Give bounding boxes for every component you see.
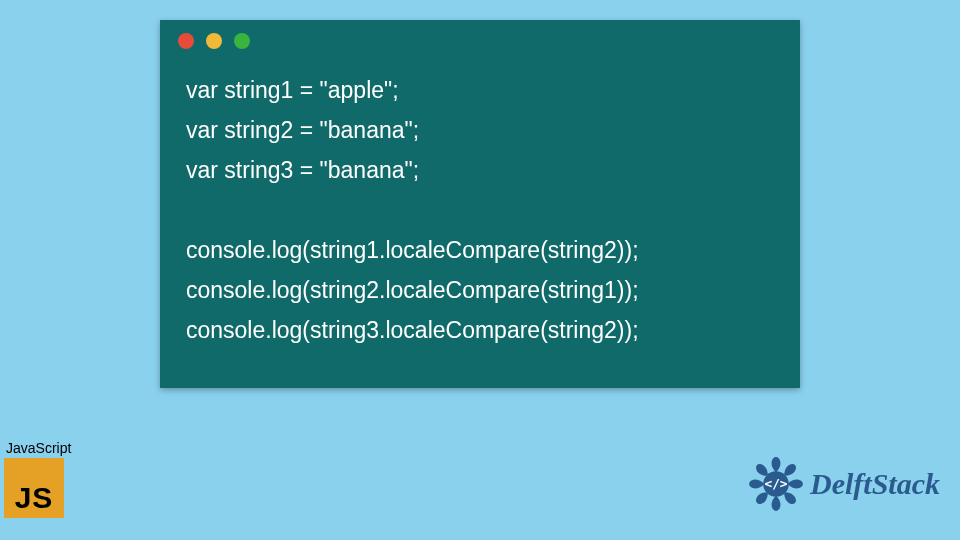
delftstack-logo-icon: </>	[744, 452, 808, 516]
delftstack-brand: </> DelftStack	[744, 452, 940, 516]
code-line: console.log(string2.localeCompare(string…	[186, 277, 639, 303]
code-line: var string1 = "apple";	[186, 77, 399, 103]
minimize-icon[interactable]	[206, 33, 222, 49]
code-line: var string2 = "banana";	[186, 117, 419, 143]
code-block: var string1 = "apple"; var string2 = "ba…	[160, 62, 800, 350]
code-line: var string3 = "banana";	[186, 157, 419, 183]
code-line: console.log(string3.localeCompare(string…	[186, 317, 639, 343]
maximize-icon[interactable]	[234, 33, 250, 49]
svg-text:</>: </>	[764, 476, 787, 491]
code-line: console.log(string1.localeCompare(string…	[186, 237, 639, 263]
delftstack-text: DelftStack	[810, 467, 940, 501]
javascript-logo-icon: JS	[4, 458, 64, 518]
javascript-label: JavaScript	[4, 440, 88, 456]
window-titlebar	[160, 20, 800, 62]
code-window: var string1 = "apple"; var string2 = "ba…	[160, 20, 800, 388]
close-icon[interactable]	[178, 33, 194, 49]
javascript-badge: JavaScript JS	[4, 440, 88, 518]
